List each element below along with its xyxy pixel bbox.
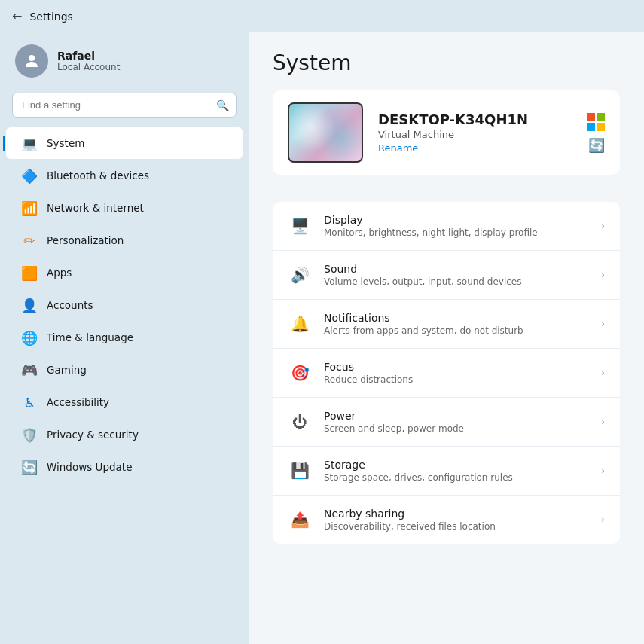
device-info: DESKTOP-K34QH1N Virtual Machine Rename [378,111,528,154]
sidebar-item-label-gaming: Gaming [47,364,87,376]
search-button[interactable]: 🔍 [216,99,229,111]
setting-text-sound: SoundVolume levels, output, input, sound… [324,263,521,287]
sidebar-item-time[interactable]: 🌐Time & language [6,322,243,353]
sidebar-item-label-time: Time & language [47,331,133,343]
setting-chevron-nearby-sharing: › [601,514,605,525]
sidebar-item-accessibility[interactable]: ♿Accessibility [6,386,243,418]
microsoft-logo [587,113,605,131]
notifications-icon: 🔔 [288,312,312,336]
system-icon: 💻 [21,135,38,151]
device-card: DESKTOP-K34QH1N Virtual Machine Rename 🔄 [273,90,620,175]
sidebar-item-privacy[interactable]: 🛡️Privacy & security [6,419,243,450]
setting-item-notifications[interactable]: 🔔NotificationsAlerts from apps and syste… [273,300,620,349]
ms-logo-q4 [597,123,605,131]
sidebar-item-apps[interactable]: 🟧Apps [6,257,243,288]
sidebar-item-label-update: Windows Update [47,461,132,473]
ms-logo-q3 [587,123,595,131]
settings-list: 🖥️DisplayMonitors, brightness, night lig… [249,202,644,559]
title-bar: ← Settings [0,0,644,32]
apps-icon: 🟧 [21,264,38,281]
sidebar-item-bluetooth[interactable]: 🔷Bluetooth & devices [6,160,243,191]
setting-item-power[interactable]: ⏻PowerScreen and sleep, power mode› [273,398,620,447]
setting-item-display[interactable]: 🖥️DisplayMonitors, brightness, night lig… [273,202,620,251]
setting-chevron-focus: › [601,368,605,378]
setting-item-nearby-sharing[interactable]: 📤Nearby sharingDiscoverability, received… [273,496,620,544]
sidebar-item-personalization[interactable]: ✏️Personalization [6,224,243,256]
setting-desc-storage: Storage space, drives, configuration rul… [324,472,513,483]
sidebar-item-label-system: System [47,137,84,149]
search-container: 🔍 [12,93,237,118]
setting-title-focus: Focus [324,361,413,373]
setting-desc-display: Monitors, brightness, night light, displ… [324,227,538,238]
search-input[interactable] [12,93,237,118]
accounts-icon: 👤 [21,297,38,313]
system-header: System DESKTOP-K34QH1N Virtual Machine R… [249,32,644,202]
sidebar-item-network[interactable]: 📶Network & internet [6,192,243,224]
setting-title-power: Power [324,410,464,422]
accessibility-icon: ♿ [21,394,38,411]
sidebar: Rafael Local Account 🔍 💻System🔷Bluetooth… [0,32,249,644]
sidebar-item-label-privacy: Privacy & security [47,429,139,441]
setting-text-storage: StorageStorage space, drives, configurat… [324,459,513,483]
setting-chevron-power: › [601,417,605,427]
privacy-icon: 🛡️ [21,426,38,443]
ms-logo-q2 [597,113,605,121]
setting-item-focus[interactable]: 🎯FocusReduce distractions› [273,349,620,398]
sidebar-item-accounts[interactable]: 👤Accounts [6,289,243,321]
setting-chevron-notifications: › [601,319,605,329]
focus-icon: 🎯 [288,361,312,385]
sidebar-item-update[interactable]: 🔄Windows Update [6,451,243,483]
gaming-icon: 🎮 [21,362,38,378]
svg-point-0 [29,55,35,61]
rename-link[interactable]: Rename [378,142,418,154]
setting-desc-focus: Reduce distractions [324,374,413,385]
device-name: DESKTOP-K34QH1N [378,111,528,127]
content-area: System DESKTOP-K34QH1N Virtual Machine R… [249,32,644,644]
setting-desc-sound: Volume levels, output, input, sound devi… [324,276,521,287]
setting-text-nearby-sharing: Nearby sharingDiscoverability, received … [324,508,496,532]
setting-item-sound[interactable]: 🔊SoundVolume levels, output, input, soun… [273,251,620,300]
setting-text-display: DisplayMonitors, brightness, night light… [324,214,538,238]
device-type: Virtual Machine [378,129,528,140]
setting-item-storage[interactable]: 💾StorageStorage space, drives, configura… [273,447,620,496]
sidebar-item-label-bluetooth: Bluetooth & devices [47,169,149,182]
setting-desc-power: Screen and sleep, power mode [324,423,464,434]
sidebar-item-label-accessibility: Accessibility [47,396,109,408]
personalization-icon: ✏️ [21,232,38,249]
avatar [15,44,48,78]
setting-text-power: PowerScreen and sleep, power mode [324,410,464,434]
sidebar-item-label-personalization: Personalization [47,234,124,246]
setting-chevron-storage: › [601,465,605,476]
user-name: Rafael [57,50,120,62]
sidebar-item-label-network: Network & internet [47,202,144,214]
nav-list: 💻System🔷Bluetooth & devices📶Network & in… [0,127,249,484]
setting-desc-notifications: Alerts from apps and system, do not dist… [324,325,523,336]
sidebar-item-gaming[interactable]: 🎮Gaming [6,354,243,386]
sidebar-item-system[interactable]: 💻System [6,127,243,159]
user-section[interactable]: Rafael Local Account [0,38,249,90]
setting-title-notifications: Notifications [324,312,523,324]
time-icon: 🌐 [21,329,38,346]
setting-text-notifications: NotificationsAlerts from apps and system… [324,312,523,336]
bluetooth-icon: 🔷 [21,167,38,184]
sound-icon: 🔊 [288,263,312,287]
page-title: System [273,50,620,75]
sidebar-item-label-accounts: Accounts [47,299,93,311]
update-icon: 🔄 [588,137,605,153]
network-icon: 📶 [21,200,38,216]
setting-chevron-display: › [601,221,605,231]
user-info: Rafael Local Account [57,50,120,72]
storage-icon: 💾 [288,459,312,483]
setting-desc-nearby-sharing: Discoverability, received files location [324,521,496,532]
ms-logo-q1 [587,113,595,121]
display-icon: 🖥️ [288,214,312,238]
nearby-sharing-icon: 📤 [288,508,312,532]
power-icon: ⏻ [288,410,312,434]
user-account-type: Local Account [57,62,120,72]
setting-title-storage: Storage [324,459,513,471]
sidebar-item-label-apps: Apps [47,267,72,279]
back-button[interactable]: ← [12,9,22,23]
right-icons: 🔄 [587,113,605,153]
app-title: Settings [29,11,72,23]
update-icon: 🔄 [21,459,38,475]
